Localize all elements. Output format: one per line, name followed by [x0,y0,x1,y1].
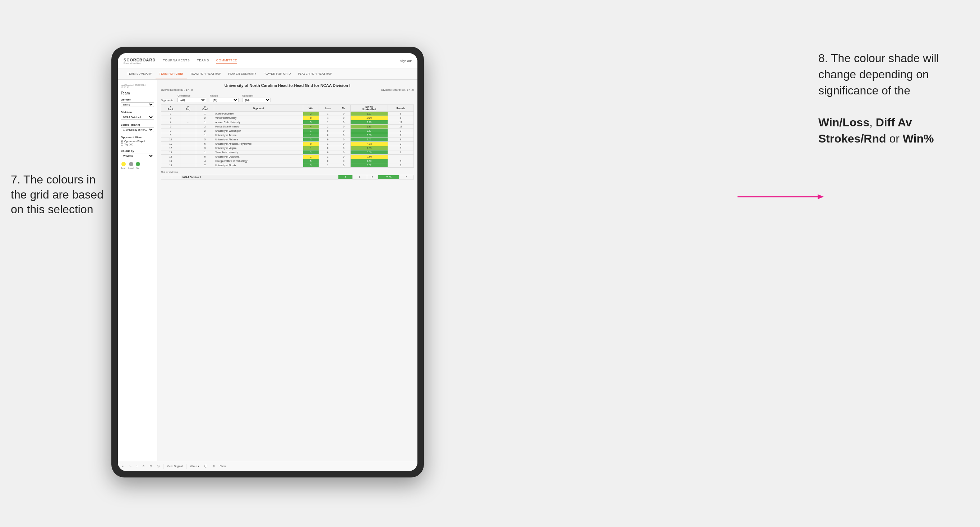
table-row: 14 0 University of Oklahoma 1 1 0 -1.00 [161,155,414,159]
view-original-btn[interactable]: View: Original [165,464,184,468]
cell-rank: 9 [161,133,180,138]
crop-btn[interactable]: ⊡ [148,464,153,468]
annotation-right-text: 8. The colour shade will change dependin… [818,52,939,97]
cell-loss: 0 [319,151,337,155]
legend-down: Down [121,162,126,169]
cell-conf: 3 [196,146,214,151]
legend-up-label: Up [137,167,139,169]
division-record: Division Record: 88 - 17 - 0 [381,88,414,92]
cell-reg [180,151,196,155]
cell-conf: 1 [196,151,214,155]
cell-win: 5 [303,120,319,125]
cell-diff: 1.83 [350,125,388,129]
region-select[interactable]: (All) [210,98,239,102]
legend-level-label: Level [128,167,133,169]
division-label: Division [121,111,154,114]
cell-conf: 6 [196,142,214,146]
colour-by-select[interactable]: Win/loss [121,154,154,158]
cell-diff: -1.00 [350,155,388,159]
division-select[interactable]: NCAA Division I [121,115,154,119]
refresh-btn[interactable]: ⟳ [141,464,146,468]
tab-player-h2h-grid[interactable]: PLAYER H2H GRID [260,69,294,79]
share-btn[interactable]: Share [218,464,228,468]
grid-records: Overall Record: 89 - 17 - 0 Division Rec… [161,88,414,92]
cell-opponent: University of Arizona [214,133,303,138]
region-label: Region [210,94,239,97]
cell-reg [180,138,196,142]
legend-level: Level [128,162,133,169]
cell-diff: 5.56 [350,151,388,155]
cell-reg: - [180,112,196,116]
tab-player-h2h-heatmap[interactable]: PLAYER H2H HEATMAP [294,69,336,79]
legend-up-dot [136,162,140,166]
cell-loss: 1 [319,163,337,168]
nav-tournaments[interactable]: TOURNAMENTS [163,59,190,63]
forward-btn[interactable]: ⟩ [135,464,139,468]
table-row: 2 - 1 Auburn University 2 1 0 1.67 9 [161,112,414,116]
cell-reg [180,133,196,138]
out-of-division: Out of division NCAA Division II 1 0 0 2… [161,170,414,179]
sidebar-timestamp: Last Updated: 27/03/2024 16:55:38 [121,84,154,88]
conference-filter: Conference (All) [177,94,206,102]
cell-win: 1 [303,146,319,151]
redo-btn[interactable]: ↪ [128,464,133,468]
nav-teams[interactable]: TEAMS [197,59,209,63]
cell-tie: 0 [337,133,350,138]
cell-tie: 0 [337,138,350,142]
gender-select[interactable]: Men's [121,102,154,107]
info-btn[interactable]: ⓘ [156,464,161,469]
cell-loss: 0 [319,159,337,163]
color-legend: Down Level Up [121,162,154,169]
opponent-select[interactable]: (All) [242,98,271,102]
radio-dot-1 [121,140,123,143]
radio-top100[interactable]: Top 100 [121,143,154,146]
cell-rounds: 9 [388,112,414,116]
ood-loss: 0 [353,175,367,179]
cell-win: 3 [303,138,319,142]
content-area: Last Updated: 27/03/2024 16:55:38 Team G… [118,80,417,461]
tab-team-summary[interactable]: TEAM SUMMARY [124,69,156,79]
cell-rank: 14 [161,155,180,159]
tablet-frame: SCOREBOARD Powered by clippd TOURNAMENTS… [111,47,424,478]
ood-tie: 0 [367,175,378,179]
ood-win: 1 [339,175,353,179]
undo-btn[interactable]: ↩ [121,464,126,468]
school-select[interactable]: 1. University of Nort... [121,127,154,132]
cell-tie: 0 [337,159,350,163]
data-table: #Rank #Reg #Conf Opponent Win Loss Tie D… [161,105,414,168]
cell-rank: 16 [161,163,180,168]
cell-reg [180,116,196,120]
cell-opponent: Texas Tech University [214,151,303,155]
cell-win: 4 [303,125,319,129]
cell-tie: 0 [337,116,350,120]
cell-reg [180,125,196,129]
cell-rounds: 3 [388,146,414,151]
conference-select[interactable]: (All) [177,98,206,102]
cell-rounds: 9 [388,151,414,155]
school-label: School (Rank) [121,123,154,126]
sign-out-link[interactable]: Sign out [400,59,412,63]
cell-opponent: Florida State University [214,125,303,129]
watch-btn[interactable]: Watch ▾ [189,464,201,468]
cell-tie: 0 [337,163,350,168]
tab-player-summary[interactable]: PLAYER SUMMARY [224,69,260,79]
cell-opponent: Vanderbilt University [214,116,303,120]
opponent-view-label: Opponent View [121,136,154,139]
cell-rank: 11 [161,142,180,146]
radio-opponents-played[interactable]: Opponents Played [121,140,154,143]
cell-rounds: 3 [388,142,414,146]
tab-team-h2h-grid[interactable]: TEAM H2H GRID [156,69,187,79]
col-tie: Tie [337,105,350,112]
cell-diff: 2.28 [350,120,388,125]
cell-loss: 1 [319,112,337,116]
colour-by-label: Colour by [121,149,154,152]
cell-opponent: Arizona State University [214,120,303,125]
cell-rank: 10 [161,138,180,142]
nav-committee[interactable]: COMMITTEE [216,59,237,63]
opponent-label: Opponent [242,94,271,97]
tab-team-h2h-heatmap[interactable]: TEAM H2H HEATMAP [187,69,225,79]
cell-rounds: 9 [388,159,414,163]
cell-tie: 0 [337,155,350,159]
grid-btn[interactable]: ⊞ [211,464,216,468]
comment-btn[interactable]: 💬 [203,464,209,468]
